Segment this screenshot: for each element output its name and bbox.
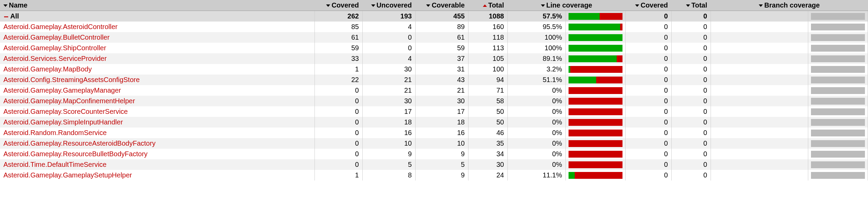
row-covered: 22 bbox=[314, 75, 362, 85]
summary-branch-bar bbox=[808, 11, 868, 22]
sort-desc-icon bbox=[541, 4, 545, 7]
row-coverable: 9 bbox=[415, 170, 468, 181]
row-name: Asteroid.Gameplay.ScoreCounterService bbox=[0, 106, 314, 117]
class-link[interactable]: Asteroid.Services.ServiceProvider bbox=[3, 55, 107, 62]
row-total: 50 bbox=[468, 106, 507, 117]
row-total: 34 bbox=[468, 149, 507, 159]
row-line-bar bbox=[565, 32, 625, 43]
sort-desc-icon bbox=[759, 4, 763, 7]
class-link[interactable]: Asteroid.Gameplay.AsteroidController bbox=[3, 23, 117, 30]
row-line-bar bbox=[565, 170, 625, 181]
col-branch-coverage[interactable]: Branch coverage bbox=[711, 0, 868, 11]
row-branch-pct bbox=[711, 75, 808, 85]
summary-coverable: 455 bbox=[415, 11, 468, 22]
row-coverable: 43 bbox=[415, 75, 468, 85]
class-link[interactable]: Asteroid.Gameplay.ShipController bbox=[3, 44, 106, 52]
row-line-bar bbox=[565, 85, 625, 96]
row-branch-pct bbox=[711, 22, 808, 32]
row-name: Asteroid.Gameplay.ResourceAsteroidBodyFa… bbox=[0, 138, 314, 149]
row-branch-bar bbox=[808, 75, 868, 85]
row-name: Asteroid.Gameplay.MapBody bbox=[0, 64, 314, 75]
row-name: Asteroid.Gameplay.BulletController bbox=[0, 32, 314, 43]
col-uncovered[interactable]: Uncovered bbox=[362, 0, 415, 11]
class-link[interactable]: Asteroid.Gameplay.SimpleInputHandler bbox=[3, 118, 123, 126]
row-covered: 1 bbox=[314, 64, 362, 75]
row-branch-pct bbox=[711, 170, 808, 181]
row-line-pct: 0% bbox=[507, 159, 565, 170]
row-line-pct: 95.5% bbox=[507, 22, 565, 32]
col-name[interactable]: Name bbox=[0, 0, 314, 11]
row-line-pct: 0% bbox=[507, 106, 565, 117]
row-branch-bar bbox=[808, 64, 868, 75]
row-uncovered: 0 bbox=[362, 32, 415, 43]
row-b-covered: 0 bbox=[625, 117, 671, 128]
row-covered: 1 bbox=[314, 170, 362, 181]
row-name: Asteroid.Gameplay.AsteroidController bbox=[0, 22, 314, 32]
table-row: Asteroid.Gameplay.GameplayManager0212171… bbox=[0, 85, 868, 96]
row-line-bar bbox=[565, 159, 625, 170]
row-coverable: 16 bbox=[415, 128, 468, 138]
row-branch-bar bbox=[808, 32, 868, 43]
row-uncovered: 21 bbox=[362, 75, 415, 85]
row-line-pct: 100% bbox=[507, 32, 565, 43]
col-coverable[interactable]: Coverable bbox=[415, 0, 468, 11]
col-line-coverage[interactable]: Line coverage bbox=[507, 0, 625, 11]
row-uncovered: 18 bbox=[362, 117, 415, 128]
collapse-icon[interactable]: − bbox=[3, 14, 9, 19]
col-covered[interactable]: Covered bbox=[314, 0, 362, 11]
row-branch-pct bbox=[711, 85, 808, 96]
class-link[interactable]: Asteroid.Gameplay.ResourceBulletBodyFact… bbox=[3, 150, 148, 158]
row-line-bar bbox=[565, 149, 625, 159]
row-line-pct: 89.1% bbox=[507, 53, 565, 64]
sort-desc-icon bbox=[326, 4, 330, 7]
row-b-total: 0 bbox=[671, 96, 711, 106]
row-branch-pct bbox=[711, 64, 808, 75]
col-branch-total[interactable]: Total bbox=[671, 0, 711, 11]
table-row: Asteroid.Gameplay.ShipController59059113… bbox=[0, 43, 868, 53]
row-branch-bar bbox=[808, 170, 868, 181]
row-line-bar bbox=[565, 96, 625, 106]
summary-b-covered: 0 bbox=[625, 11, 671, 22]
row-uncovered: 21 bbox=[362, 85, 415, 96]
class-link[interactable]: Asteroid.Gameplay.ScoreCounterService bbox=[3, 108, 128, 115]
row-branch-bar bbox=[808, 128, 868, 138]
row-total: 118 bbox=[468, 32, 507, 43]
sort-asc-icon bbox=[483, 4, 487, 7]
row-covered: 59 bbox=[314, 43, 362, 53]
row-total: 94 bbox=[468, 75, 507, 85]
row-b-total: 0 bbox=[671, 85, 711, 96]
class-link[interactable]: Asteroid.Gameplay.MapConfinementHelper bbox=[3, 97, 135, 105]
row-name: Asteroid.Random.RandomService bbox=[0, 128, 314, 138]
class-link[interactable]: Asteroid.Time.DefaultTimeService bbox=[3, 161, 107, 168]
row-total: 100 bbox=[468, 64, 507, 75]
class-link[interactable]: Asteroid.Random.RandomService bbox=[3, 129, 107, 136]
row-coverable: 17 bbox=[415, 106, 468, 117]
class-link[interactable]: Asteroid.Gameplay.GameplayManager bbox=[3, 86, 121, 94]
summary-row: −All 262 193 455 1088 57.5% 0 0 bbox=[0, 11, 868, 22]
table-row: Asteroid.Gameplay.AsteroidController8548… bbox=[0, 22, 868, 32]
row-line-bar bbox=[565, 64, 625, 75]
row-name: Asteroid.Gameplay.ResourceBulletBodyFact… bbox=[0, 149, 314, 159]
row-line-bar bbox=[565, 106, 625, 117]
row-line-bar bbox=[565, 128, 625, 138]
class-link[interactable]: Asteroid.Gameplay.ResourceAsteroidBodyFa… bbox=[3, 139, 155, 147]
row-branch-bar bbox=[808, 106, 868, 117]
row-b-total: 0 bbox=[671, 128, 711, 138]
col-branch-covered[interactable]: Covered bbox=[625, 0, 671, 11]
class-link[interactable]: Asteroid.Config.StreamingAssetsConfigSto… bbox=[3, 76, 140, 83]
col-total[interactable]: Total bbox=[468, 0, 507, 11]
row-branch-pct bbox=[711, 43, 808, 53]
row-b-covered: 0 bbox=[625, 64, 671, 75]
coverage-table: Name Covered Uncovered Coverable Total L… bbox=[0, 0, 868, 181]
class-link[interactable]: Asteroid.Gameplay.MapBody bbox=[3, 65, 92, 73]
class-link[interactable]: Asteroid.Gameplay.BulletController bbox=[3, 34, 110, 41]
table-row: Asteroid.Services.ServiceProvider3343710… bbox=[0, 53, 868, 64]
row-covered: 85 bbox=[314, 22, 362, 32]
row-total: 24 bbox=[468, 170, 507, 181]
class-link[interactable]: Asteroid.Gameplay.GameplaySetupHelper bbox=[3, 171, 132, 179]
table-row: Asteroid.Config.StreamingAssetsConfigSto… bbox=[0, 75, 868, 85]
row-line-bar bbox=[565, 138, 625, 149]
row-total: 30 bbox=[468, 159, 507, 170]
row-covered: 61 bbox=[314, 32, 362, 43]
row-branch-pct bbox=[711, 117, 808, 128]
